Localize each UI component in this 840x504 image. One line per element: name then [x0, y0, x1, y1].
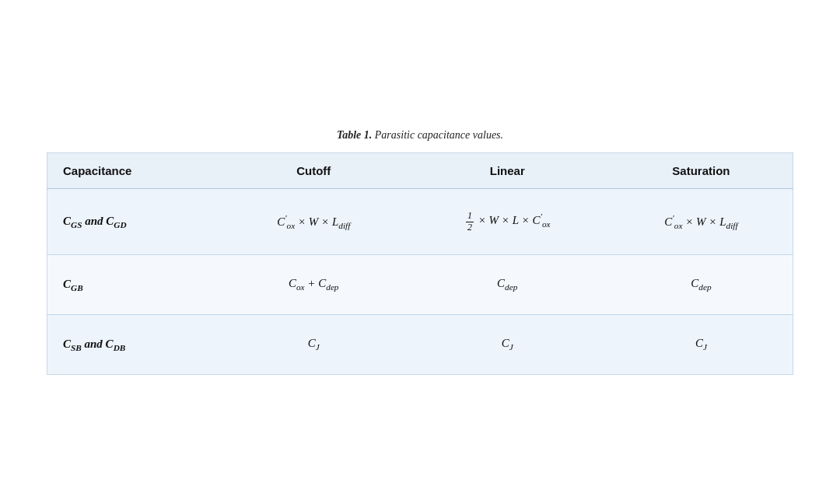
col-header-linear: Linear — [405, 153, 610, 189]
table-row: CSB and CDB CJ CJ CJ — [47, 314, 793, 374]
capacitance-table: Capacitance Cutoff Linear Saturation CGS… — [47, 152, 793, 374]
caption-text: Parasitic capacitance values. — [375, 129, 503, 141]
row2-capacitance: CGB — [47, 254, 222, 314]
col-header-capacitance: Capacitance — [47, 153, 222, 189]
row2-linear: Cdep — [405, 254, 610, 314]
row3-linear: CJ — [405, 314, 610, 374]
table-caption: Table 1. Parasitic capacitance values. — [337, 129, 503, 142]
row2-saturation: Cdep — [610, 254, 793, 314]
row3-cutoff: CJ — [222, 314, 405, 374]
row1-cutoff: C′ox × W × Ldiff — [222, 189, 405, 254]
caption-bold: Table 1. — [337, 129, 372, 141]
table-header: Capacitance Cutoff Linear Saturation — [47, 153, 793, 189]
row2-cutoff: Cox + Cdep — [222, 254, 405, 314]
col-header-cutoff: Cutoff — [222, 153, 405, 189]
table-row: CGS and CGD C′ox × W × Ldiff 1 2 × W × L… — [47, 189, 793, 254]
table-row: CGB Cox + Cdep Cdep Cdep — [47, 254, 793, 314]
row3-capacitance: CSB and CDB — [47, 314, 222, 374]
header-row: Capacitance Cutoff Linear Saturation — [47, 153, 793, 189]
row3-saturation: CJ — [610, 314, 793, 374]
col-header-saturation: Saturation — [610, 153, 793, 189]
table-body: CGS and CGD C′ox × W × Ldiff 1 2 × W × L… — [47, 189, 793, 374]
row1-saturation: C′ox × W × Ldiff — [610, 189, 793, 254]
row1-linear: 1 2 × W × L × C′ox — [405, 189, 610, 254]
page-wrapper: Table 1. Parasitic capacitance values. C… — [0, 0, 840, 504]
row1-capacitance: CGS and CGD — [47, 189, 222, 254]
